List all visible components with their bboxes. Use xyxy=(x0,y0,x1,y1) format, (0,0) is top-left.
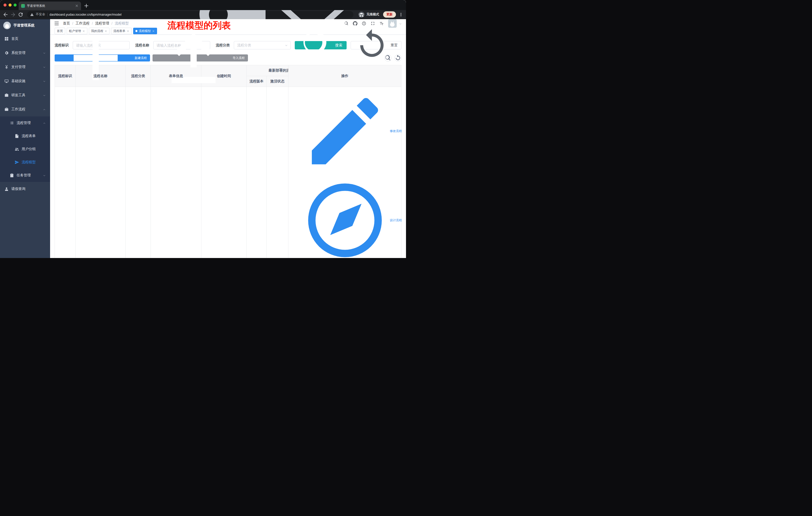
sidebar-item-devtools[interactable]: 研发工具 xyxy=(0,88,50,102)
deploy-group-label: 最新部署的流程定义 xyxy=(247,68,288,73)
sidebar-logo[interactable]: 芋道管理系统 xyxy=(0,19,50,32)
tag-process-model[interactable]: 流程模型 xyxy=(133,28,157,34)
browser-toolbar: 不安全 dashboard.yudao.iocoder.cn/bpm/manag… xyxy=(0,10,406,19)
chevron-down-icon xyxy=(43,174,46,177)
toggle-search-button[interactable] xyxy=(384,54,392,61)
action-edit-link[interactable]: 修改流程 xyxy=(301,87,389,175)
dashboard-icon xyxy=(4,36,9,41)
toolbox-icon xyxy=(4,93,9,98)
sidebar-item-task-management[interactable]: 任务管理 xyxy=(0,169,50,182)
person-icon xyxy=(4,187,9,191)
select-placeholder: 流程分类 xyxy=(237,43,285,48)
user-avatar[interactable] xyxy=(388,19,397,28)
sidebar-item-label: 基础设施 xyxy=(11,79,25,83)
sidebar-item-process-form[interactable]: 流程表单 xyxy=(0,130,50,143)
sidebar-item-label: 用户分组 xyxy=(22,147,36,152)
table-row: eeeeeee默认biubiu2022-01-20 13:08:31v17修改流… xyxy=(55,87,402,258)
chevron-up-icon xyxy=(43,121,46,125)
chevron-up-icon xyxy=(43,108,46,111)
address-bar[interactable]: 不安全 dashboard.yudao.iocoder.cn/bpm/manag… xyxy=(27,11,353,18)
search-button-label: 搜索 xyxy=(335,43,342,48)
sidebar-item-home[interactable]: 首页 xyxy=(0,32,50,46)
sidebar-item-process-model[interactable]: 流程模型 xyxy=(0,156,50,169)
reset-button[interactable]: 重置 xyxy=(351,41,402,49)
gear-icon xyxy=(4,51,9,55)
security-warning-icon xyxy=(30,13,34,17)
tab-close-icon[interactable] xyxy=(75,4,79,7)
fullscreen-icon[interactable] xyxy=(371,21,375,26)
app-frame: 芋道管理系统 首页 系统管理 支付管理 基础设施 xyxy=(0,19,406,258)
back-button[interactable] xyxy=(2,11,8,18)
sidebar-item-label: 流程管理 xyxy=(17,121,31,125)
window-zoom-button[interactable] xyxy=(13,3,17,6)
avatar-caret-icon[interactable] xyxy=(399,22,402,25)
column-header-version: 流程版本 xyxy=(247,76,266,87)
window-controls xyxy=(3,3,17,6)
logo-avatar xyxy=(3,22,11,29)
table-toolbar: 新建流程 导入流程 xyxy=(55,54,402,61)
chevron-down-icon xyxy=(43,94,46,97)
cell-operations: 修改流程设计流程分配规则发布流程流程定义删除 xyxy=(288,87,402,258)
document-icon xyxy=(14,134,19,138)
table-body: eeeeeee默认biubiu2022-01-20 13:08:31v17修改流… xyxy=(55,87,402,258)
update-button[interactable]: 更新 xyxy=(383,11,396,18)
action-design-link[interactable]: 设计流程 xyxy=(301,176,389,258)
refresh-table-button[interactable] xyxy=(395,54,402,61)
import-process-button[interactable]: 导入流程 xyxy=(152,54,248,61)
chevron-down-icon xyxy=(285,44,288,47)
column-group-deploy: 最新部署的流程定义 xyxy=(247,65,288,76)
help-icon[interactable] xyxy=(362,21,366,26)
annotation-text: 流程模型的列表 xyxy=(167,21,231,30)
security-label[interactable]: 不安全 xyxy=(36,12,45,17)
reload-button[interactable] xyxy=(18,11,24,18)
paper-plane-icon xyxy=(14,160,19,165)
url-text[interactable]: dashboard.yudao.iocoder.cn/bpm/manager/m… xyxy=(50,12,195,17)
omnibox-separator xyxy=(47,13,48,17)
text-size-icon[interactable] xyxy=(379,21,384,26)
new-tab-button[interactable] xyxy=(83,2,90,9)
sidebar: 芋道管理系统 首页 系统管理 支付管理 基础设施 xyxy=(0,19,50,258)
sidebar-item-infrastructure[interactable]: 基础设施 xyxy=(0,74,50,88)
github-icon[interactable] xyxy=(353,21,357,26)
tag-label: 流程模型 xyxy=(139,29,151,33)
incognito-label: 无痕模式 xyxy=(367,12,379,17)
sidebar-item-leave-query[interactable]: 请假查询 xyxy=(0,182,50,196)
sidebar-item-user-group[interactable]: 用户分组 xyxy=(0,143,50,156)
browser-tab[interactable]: 芋道管理系统 xyxy=(19,1,81,10)
create-button-label: 新建流程 xyxy=(135,56,147,60)
tab-title: 芋道管理系统 xyxy=(27,4,73,8)
sidebar-item-system[interactable]: 系统管理 xyxy=(0,46,50,60)
sidebar-item-payment[interactable]: 支付管理 xyxy=(0,60,50,74)
cell-category: 默认 xyxy=(125,87,151,258)
yen-icon xyxy=(4,65,9,69)
header-search-icon[interactable] xyxy=(344,21,349,26)
column-header-active: 激活状态 xyxy=(266,76,288,87)
briefcase-icon xyxy=(4,107,9,112)
upload-icon xyxy=(156,20,231,96)
page-content: 流程标识 流程名称 流程分类 流程分类 xyxy=(50,34,406,258)
browser-menu-icon[interactable] xyxy=(399,11,404,18)
incognito-indicator: 无痕模式 xyxy=(358,11,379,18)
sidebar-item-label: 流程表单 xyxy=(22,134,36,138)
search-button[interactable]: 搜索 xyxy=(295,41,347,49)
forward-button[interactable] xyxy=(10,11,16,18)
window-close-button[interactable] xyxy=(3,3,6,6)
process-category-select[interactable]: 流程分类 xyxy=(234,41,291,49)
window-minimize-button[interactable] xyxy=(8,3,11,6)
import-button-label: 导入流程 xyxy=(233,56,245,60)
monitor-icon xyxy=(4,79,9,83)
navbar-actions xyxy=(344,19,402,28)
sidebar-item-label: 研发工具 xyxy=(11,93,25,98)
sidebar-item-process-management[interactable]: 流程管理 xyxy=(0,116,50,130)
sidebar-item-workflow[interactable]: 工作流程 xyxy=(0,102,50,116)
close-icon[interactable] xyxy=(152,30,155,32)
tab-favicon xyxy=(21,4,25,8)
workflow-submenu: 流程管理 流程表单 用户分组 流程模型 任务管理 xyxy=(0,116,50,182)
incognito-icon xyxy=(358,11,365,18)
create-process-button[interactable]: 新建流程 xyxy=(55,54,150,61)
search-icon xyxy=(299,28,334,63)
column-header-operations: 操作 xyxy=(288,65,402,87)
cell-created-time: 2022-01-20 13:08:31 xyxy=(201,87,247,258)
list-icon xyxy=(9,121,14,125)
sidebar-item-label: 系统管理 xyxy=(11,51,25,55)
